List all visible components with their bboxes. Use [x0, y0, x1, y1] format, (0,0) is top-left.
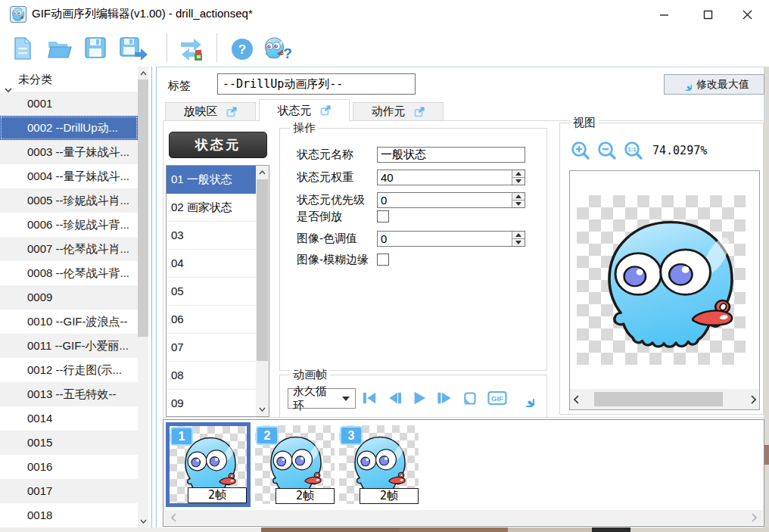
list-item[interactable]: 0015: [0, 431, 138, 455]
scroll-up-icon[interactable]: [138, 67, 148, 79]
list-item[interactable]: 0009: [0, 285, 138, 310]
state-weight-input[interactable]: [377, 170, 525, 185]
svg-text:1:1: 1:1: [628, 146, 637, 153]
spinner-buttons[interactable]: [512, 193, 525, 207]
filmstrip-hscrollbar[interactable]: [164, 510, 763, 525]
zoom-out-icon[interactable]: [597, 141, 617, 160]
help-icon[interactable]: ?: [231, 38, 254, 64]
image-blur-edge-checkbox[interactable]: [377, 254, 389, 266]
spinner-buttons[interactable]: [512, 232, 525, 246]
list-item[interactable]: 0004 --量子妹战斗...: [0, 164, 138, 188]
state-element-pane: 状态元 01 一般状态 02 画家状态 03 04 05 06 07 08 09: [163, 120, 764, 418]
list-item[interactable]: 0001: [0, 92, 138, 116]
scroll-right-icon[interactable]: [748, 510, 760, 525]
preview-hscrollbar[interactable]: [570, 389, 759, 409]
list-item[interactable]: 0011 --GIF-小爱丽...: [0, 334, 138, 358]
close-button[interactable]: [730, 0, 764, 29]
list-item[interactable]: 0007 --伦琴战斗肖...: [0, 237, 138, 261]
desktop-sliver: [0, 527, 769, 532]
tree-root-label: 未分类: [18, 73, 52, 86]
scroll-up-icon[interactable]: [256, 166, 269, 179]
frame-settings-gear-icon[interactable]: [517, 390, 534, 407]
list-item[interactable]: 0006 --珍妮战斗背...: [0, 213, 138, 237]
tab-label: 状态元: [278, 104, 312, 118]
maximize-button[interactable]: [690, 0, 725, 29]
state-priority-input[interactable]: [377, 192, 525, 208]
tree-root-uncategorized[interactable]: 未分类: [0, 67, 138, 92]
export-gif-icon[interactable]: GIF: [487, 390, 507, 406]
state-item[interactable]: 04: [167, 250, 256, 278]
scroll-left-icon[interactable]: [167, 510, 179, 525]
scroll-right-icon[interactable]: [747, 389, 759, 409]
list-item[interactable]: 0014: [0, 406, 138, 431]
image-tone-input[interactable]: [377, 231, 525, 247]
frame-number-badge: 3: [340, 426, 363, 445]
panel-splitter[interactable]: [151, 67, 157, 527]
scrollbar-thumb[interactable]: [257, 179, 268, 361]
external-link-icon[interactable]: [413, 106, 425, 118]
list-item[interactable]: 0017: [0, 479, 138, 503]
list-item[interactable]: 0010 --GIF-波浪点--: [0, 310, 138, 334]
modify-max-button[interactable]: 修改最大值: [664, 74, 764, 95]
external-link-icon[interactable]: [226, 106, 238, 118]
scrollbar-thumb[interactable]: [594, 392, 723, 406]
step-forward-icon[interactable]: [437, 390, 452, 406]
save-icon[interactable]: [85, 37, 106, 61]
zoom-percent: 74.0297%: [652, 144, 707, 157]
loop-mode-select[interactable]: 永久循环: [288, 388, 356, 409]
frame-thumbnail[interactable]: 3 2帧: [339, 425, 419, 504]
scrollbar-thumb[interactable]: [138, 79, 148, 337]
zoom-actual-size-icon[interactable]: 1:1: [624, 141, 643, 160]
window-title: GIF动画序列编辑器(v1.00) - drill_actionseq*: [32, 7, 253, 21]
state-item[interactable]: 07: [167, 334, 256, 362]
save-as-icon[interactable]: [120, 37, 148, 63]
list-item-selected[interactable]: 0002 --DrillUp动...: [0, 116, 138, 140]
external-link-icon[interactable]: [319, 104, 332, 117]
about-ghost-icon[interactable]: ?: [263, 36, 294, 64]
list-item[interactable]: 0013 --五毛特效--: [0, 382, 138, 406]
preview-canvas[interactable]: [569, 170, 760, 410]
frame-thumbnail[interactable]: 2 2帧: [255, 425, 335, 504]
list-item[interactable]: 0016: [0, 455, 138, 479]
tag-label: 标签: [168, 79, 191, 93]
state-item[interactable]: 06: [167, 306, 256, 334]
scroll-left-icon[interactable]: [570, 389, 582, 409]
scroll-down-icon[interactable]: [256, 403, 269, 416]
image-blur-edge-label: 图像-模糊边缘: [297, 253, 377, 267]
open-file-icon[interactable]: [47, 39, 72, 62]
list-item[interactable]: 0005 --珍妮战斗肖...: [0, 188, 138, 213]
state-name-input[interactable]: [377, 147, 525, 163]
state-element-header-button[interactable]: 状态元: [169, 132, 267, 158]
play-icon[interactable]: [412, 390, 427, 406]
list-item[interactable]: 0012 --行走图(示...: [0, 358, 138, 382]
zoom-in-icon[interactable]: [571, 141, 590, 160]
list-item[interactable]: 0003 --量子妹战斗...: [0, 140, 138, 164]
state-item[interactable]: 09: [167, 390, 256, 418]
scroll-down-icon[interactable]: [138, 515, 148, 527]
spinner-buttons[interactable]: [512, 170, 525, 185]
new-file-icon[interactable]: [13, 37, 33, 63]
import-export-icon[interactable]: [179, 36, 204, 65]
state-list-scrollbar[interactable]: [256, 166, 269, 416]
state-weight-label: 状态元权重: [297, 170, 377, 185]
tab-action-element[interactable]: 动作元: [353, 102, 444, 121]
reverse-play-checkbox[interactable]: [377, 210, 389, 222]
animation-frame-group-label: 动画帧: [290, 368, 330, 382]
state-item[interactable]: 05: [167, 278, 256, 306]
step-back-icon[interactable]: [387, 390, 402, 406]
sidebar-scrollbar[interactable]: [138, 67, 148, 527]
copy-frame-icon[interactable]: [462, 390, 478, 406]
state-item[interactable]: 08: [167, 362, 256, 390]
minimize-button[interactable]: [646, 0, 681, 29]
state-item[interactable]: 03: [167, 222, 256, 250]
skip-to-start-icon[interactable]: [362, 390, 377, 406]
list-item[interactable]: 0018: [0, 503, 138, 527]
state-item-selected[interactable]: 01 一般状态: [167, 166, 256, 194]
tab-projection[interactable]: 放映区: [165, 102, 256, 121]
frame-thumbnail-selected[interactable]: 1 2帧: [166, 422, 251, 507]
chevron-down-icon[interactable]: [5, 76, 12, 101]
state-item[interactable]: 02 画家状态: [167, 194, 256, 222]
list-item[interactable]: 0008 --伦琴战斗背...: [0, 261, 138, 285]
tag-input[interactable]: [217, 73, 416, 95]
tab-state-element[interactable]: 状态元: [259, 99, 350, 121]
